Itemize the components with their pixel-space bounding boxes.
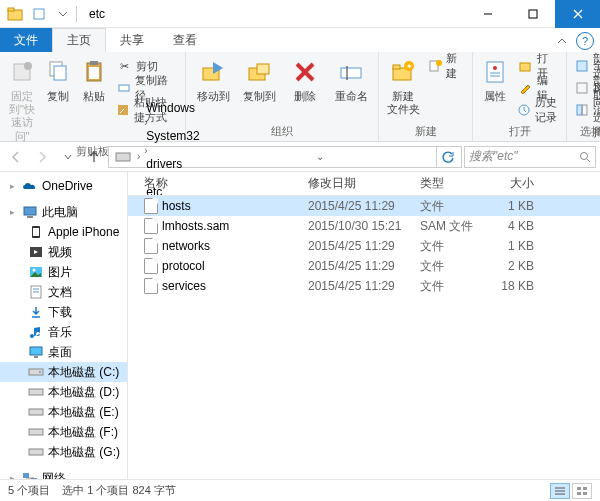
delete-icon [289,56,321,88]
nav-pictures[interactable]: 图片 [0,262,127,282]
chevron-right-icon[interactable]: › [142,145,149,156]
file-icon [144,198,158,214]
nav-desktop[interactable]: 桌面 [0,342,127,362]
column-size[interactable]: 大小 [490,175,550,192]
breadcrumb-segment[interactable]: System32 [142,129,203,143]
file-date: 2015/4/25 11:29 [308,199,420,213]
help-icon[interactable]: ? [576,32,594,50]
copy-icon [42,56,74,88]
svg-point-30 [493,66,497,70]
back-button[interactable] [4,145,28,169]
breadcrumb-segment[interactable]: drivers [142,157,203,171]
nav-network[interactable]: 网络 [0,468,127,479]
iphone-icon [28,224,44,240]
svg-rect-43 [27,216,33,218]
nav-documents[interactable]: 文档 [0,282,127,302]
cut-icon: ✂ [116,58,132,74]
nav-iphone[interactable]: Apple iPhone [0,222,127,242]
view-icons-button[interactable] [572,483,592,499]
tab-file[interactable]: 文件 [0,28,52,52]
chevron-right-icon[interactable]: › [135,151,142,162]
svg-rect-12 [90,61,98,65]
tab-share[interactable]: 共享 [106,28,159,52]
history-button[interactable]: 历史记录 [515,100,560,120]
nav-videos[interactable]: 视频 [0,242,127,262]
file-size: 18 KB [490,279,550,293]
breadcrumb-segment[interactable]: Windows [142,101,203,115]
tab-view[interactable]: 查看 [159,28,212,52]
file-name: services [162,279,206,293]
svg-rect-2 [34,9,44,19]
ribbon: 固定到"快 速访问" 复制 粘贴 ✂剪切 复制路径 粘贴快捷方式 剪贴板 移动到… [0,52,600,142]
nav-onedrive[interactable]: OneDrive [0,176,127,196]
up-button[interactable] [82,145,106,169]
paste-shortcut-icon [116,102,130,118]
status-item-count: 5 个项目 [8,483,50,498]
forward-button[interactable] [30,145,54,169]
svg-rect-33 [520,63,530,71]
minimize-ribbon-icon[interactable] [552,32,572,50]
qat-dropdown-icon[interactable] [52,3,74,25]
documents-icon [28,284,44,300]
svg-point-28 [436,60,442,66]
qat-properties-icon[interactable] [28,3,50,25]
tab-home[interactable]: 主页 [52,28,106,52]
file-row[interactable]: hosts2015/4/25 11:29文件1 KB [128,196,600,216]
view-details-button[interactable] [550,483,570,499]
delete-button[interactable]: 删除 [284,54,326,103]
maximize-button[interactable] [510,0,555,28]
breadcrumb[interactable]: › Windows›System32›drivers›etc› ⌄ [108,146,462,168]
edit-icon [517,80,533,96]
nav-thispc[interactable]: 此电脑 [0,202,127,222]
breadcrumb-disk-icon[interactable] [111,150,135,164]
search-icon [579,151,591,163]
file-row[interactable]: services2015/4/25 11:29文件18 KB [128,276,600,296]
file-row[interactable]: protocol2015/4/25 11:29文件2 KB [128,256,600,276]
copy-button[interactable]: 复制 [42,54,74,103]
svg-point-8 [24,62,32,70]
file-row[interactable]: networks2015/4/25 11:29文件1 KB [128,236,600,256]
nav-drive-c[interactable]: 本地磁盘 (C:) [0,362,127,382]
recent-locations-button[interactable] [56,145,80,169]
select-none-icon [575,80,589,96]
svg-rect-73 [583,492,587,495]
nav-downloads[interactable]: 下载 [0,302,127,322]
chevron-right-icon[interactable]: › [142,117,149,128]
file-row[interactable]: lmhosts.sam2015/10/30 15:21SAM 文件4 KB [128,216,600,236]
svg-rect-37 [577,105,582,115]
drive-icon [28,364,44,380]
breadcrumb-dropdown-icon[interactable]: ⌄ [314,151,326,162]
svg-line-41 [587,159,590,162]
svg-rect-14 [119,85,129,91]
new-folder-button[interactable]: ✦新建 文件夹 [385,54,422,116]
new-folder-icon: ✦ [387,56,419,88]
invert-selection-button[interactable]: 反向选择 [573,100,600,120]
nav-drive-e[interactable]: 本地磁盘 (E:) [0,402,127,422]
file-name: protocol [162,259,205,273]
column-headers[interactable]: 名称 修改日期 类型 大小 [128,172,600,196]
minimize-button[interactable] [465,0,510,28]
svg-rect-24 [393,65,400,69]
nav-drive-f[interactable]: 本地磁盘 (F:) [0,422,127,442]
column-type[interactable]: 类型 [420,175,490,192]
new-item-button[interactable]: 新建 [426,56,466,76]
pin-to-quick-access-button[interactable]: 固定到"快 速访问" [6,54,38,143]
nav-drive-g[interactable]: 本地磁盘 (G:) [0,442,127,462]
refresh-button[interactable] [436,147,459,167]
properties-button[interactable]: 属性 [479,54,511,103]
group-select-label: 选择 [573,123,600,140]
column-name[interactable]: 名称 [128,175,308,192]
search-input[interactable]: 搜索"etc" [464,146,596,168]
svg-rect-70 [577,487,581,490]
nav-drive-d[interactable]: 本地磁盘 (D:) [0,382,127,402]
rename-button[interactable]: 重命名 [330,54,372,103]
file-icon [144,218,158,234]
close-button[interactable] [555,0,600,28]
column-date[interactable]: 修改日期 [308,175,420,192]
copy-to-button[interactable]: 复制到 [238,54,280,103]
paste-button[interactable]: 粘贴 [78,54,110,103]
nav-music[interactable]: 音乐 [0,322,127,342]
move-to-button[interactable]: 移动到 [192,54,234,103]
group-open-label: 打开 [479,123,560,140]
pin-icon [6,56,38,88]
